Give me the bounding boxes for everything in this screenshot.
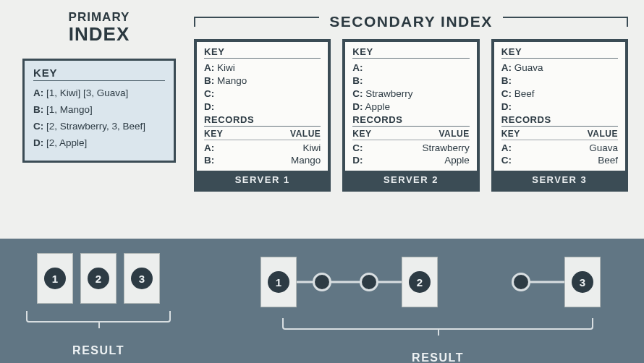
result-card: 3: [564, 257, 601, 307]
record-row: A:Kiwi: [204, 142, 321, 154]
server-box: KEYA: GuavaB: C: BeefD: RECORDSKEYVALUEA…: [491, 39, 628, 192]
server-key-row: A: Guava: [501, 61, 618, 74]
result-card: 3: [124, 253, 160, 304]
server-records-heading: RECORDS: [352, 114, 469, 127]
server-box: KEYA: KiwiB: MangoC: D: RECORDSKEYVALUEA…: [194, 39, 331, 192]
result-left-group: 123 RESULT: [26, 253, 171, 357]
server-key-row: D:: [501, 100, 618, 113]
primary-key-row: C: [2, Strawberry, 3, Beef]: [33, 119, 165, 134]
secondary-index-column: SECONDARY INDEX KEYA: KiwiB: MangoC: D: …: [194, 10, 628, 192]
result-flow-diagram: 1 2 3: [253, 253, 622, 311]
server-name-footer: SERVER 3: [494, 171, 625, 189]
bracket-right-icon: [503, 17, 628, 27]
bracket-down-icon: [26, 307, 171, 323]
record-row: C:Beef: [501, 154, 618, 166]
result-left-label: RESULT: [26, 344, 171, 357]
result-number-badge: 2: [409, 271, 431, 293]
result-card: 2: [402, 257, 438, 307]
server-key-row: B:: [501, 74, 618, 87]
result-number-badge: 3: [572, 271, 593, 293]
server-key-row: B:: [352, 74, 469, 87]
primary-key-heading: KEY: [33, 67, 165, 81]
server-key-row: C: Strawberry: [352, 87, 469, 100]
records-column-header: KEYVALUE: [501, 129, 618, 140]
secondary-title-bracket: SECONDARY INDEX: [194, 13, 628, 30]
flow-node-icon: [512, 273, 530, 291]
result-number-badge: 1: [44, 268, 66, 289]
result-number-badge: 2: [88, 268, 109, 289]
result-band: 123 RESULT 1 2 3: [0, 239, 644, 363]
result-right-group: 1 2 3 RESULT: [253, 253, 622, 363]
server-key-row: D: Apple: [352, 100, 469, 113]
primary-title-1: PRIMARY: [69, 10, 130, 25]
result-right-label: RESULT: [253, 351, 622, 363]
server-key-row: A:: [352, 61, 469, 74]
server-box: KEYA: B: C: StrawberryD: AppleRECORDSKEY…: [342, 39, 479, 192]
result-card: 1: [260, 257, 297, 307]
server-key-heading: KEY: [204, 46, 321, 59]
server-key-heading: KEY: [501, 46, 618, 59]
flow-node-icon: [313, 273, 331, 291]
flow-node-icon: [360, 273, 378, 291]
record-row: D:Apple: [352, 154, 469, 166]
secondary-title: SECONDARY INDEX: [326, 13, 496, 30]
bracket-left-icon: [194, 17, 319, 27]
primary-key-row: A: [1, Kiwi] [3, Guava]: [33, 85, 165, 101]
server-records-heading: RECORDS: [501, 114, 618, 127]
records-column-header: KEYVALUE: [352, 129, 469, 140]
record-row: A:Guava: [501, 142, 618, 154]
bracket-down-icon: [282, 314, 593, 330]
record-row: B:Mango: [204, 154, 321, 166]
result-card: 2: [80, 253, 116, 304]
server-name-footer: SERVER 2: [345, 171, 476, 189]
server-key-heading: KEY: [352, 46, 469, 59]
server-key-row: A: Kiwi: [204, 61, 321, 74]
server-key-row: D:: [204, 100, 321, 113]
result-card: 1: [37, 253, 73, 304]
server-key-row: C:: [204, 87, 321, 100]
primary-index-box: KEY A: [1, Kiwi] [3, Guava]B: [1, Mango]…: [22, 59, 176, 163]
server-records-heading: RECORDS: [204, 114, 321, 127]
primary-title-2: INDEX: [69, 23, 130, 46]
record-row: C:Strawberry: [352, 142, 469, 154]
result-number-badge: 1: [268, 271, 289, 293]
server-key-row: B: Mango: [204, 74, 321, 87]
primary-key-row: D: [2, Apple]: [33, 135, 165, 150]
result-number-badge: 3: [131, 268, 153, 289]
primary-index-column: PRIMARY INDEX KEY A: [1, Kiwi] [3, Guava…: [16, 10, 182, 192]
server-key-row: C: Beef: [501, 87, 618, 100]
primary-key-row: B: [1, Mango]: [33, 102, 165, 117]
server-name-footer: SERVER 1: [197, 171, 328, 189]
records-column-header: KEYVALUE: [204, 129, 321, 140]
